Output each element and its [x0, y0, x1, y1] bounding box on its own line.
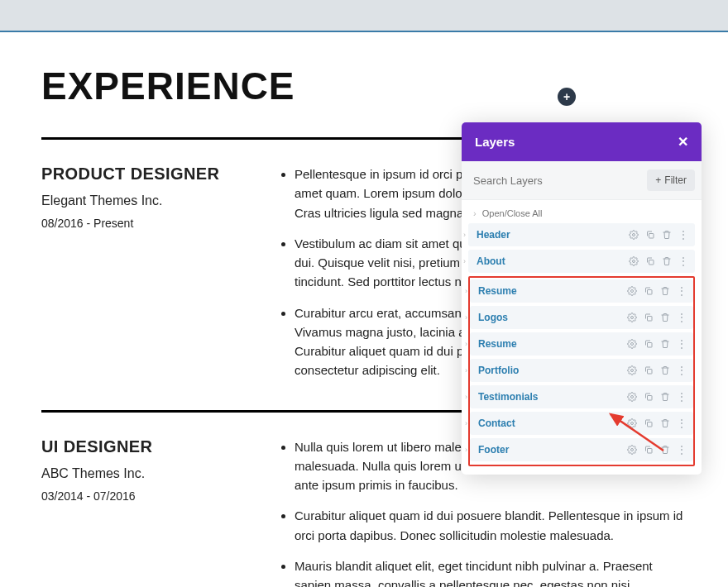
- svg-rect-5: [648, 290, 653, 295]
- trash-icon[interactable]: [662, 230, 672, 240]
- search-input[interactable]: [473, 174, 647, 187]
- duplicate-icon[interactable]: [644, 313, 654, 322]
- layer-name[interactable]: Logos: [477, 312, 508, 323]
- close-icon[interactable]: ✕: [678, 134, 688, 150]
- panel-title: Layers: [475, 135, 515, 149]
- svg-point-4: [631, 290, 634, 293]
- layer-item[interactable]: ›Footer⋮: [470, 438, 693, 461]
- more-icon[interactable]: ⋮: [677, 444, 687, 456]
- app-topbar: [0, 0, 728, 31]
- duplicate-icon[interactable]: [645, 256, 655, 266]
- gear-icon[interactable]: [627, 392, 637, 402]
- svg-rect-9: [648, 343, 653, 348]
- trash-icon[interactable]: [660, 286, 670, 296]
- trash-icon[interactable]: [662, 256, 672, 266]
- svg-rect-17: [648, 449, 653, 454]
- layer-item[interactable]: ›Contact⋮: [470, 412, 693, 435]
- more-icon[interactable]: ⋮: [677, 418, 687, 429]
- more-icon[interactable]: ⋮: [678, 229, 688, 241]
- job-meta: PRODUCT DESIGNER Elegant Themes Inc. 08/…: [41, 165, 256, 392]
- layer-name[interactable]: Resume: [477, 285, 517, 297]
- chevron-icon: ›: [465, 393, 467, 401]
- chevron-icon: ›: [473, 208, 477, 218]
- job-title: PRODUCT DESIGNER: [41, 165, 256, 184]
- duplicate-icon[interactable]: [645, 230, 655, 240]
- svg-rect-3: [649, 260, 654, 265]
- gear-icon[interactable]: [629, 230, 639, 240]
- trash-icon[interactable]: [660, 339, 670, 349]
- more-icon[interactable]: ⋮: [677, 365, 687, 376]
- svg-point-16: [631, 449, 634, 451]
- trash-icon[interactable]: [660, 313, 670, 322]
- duplicate-icon[interactable]: [644, 392, 654, 402]
- chevron-icon: ›: [465, 313, 467, 322]
- layer-item[interactable]: ›Testimonials⋮: [470, 385, 693, 408]
- gear-icon[interactable]: [627, 365, 637, 375]
- more-icon[interactable]: ⋮: [677, 285, 687, 297]
- svg-point-2: [633, 260, 635, 263]
- plus-icon: +: [655, 174, 661, 186]
- add-button[interactable]: +: [558, 88, 576, 106]
- chevron-icon: ›: [465, 340, 467, 348]
- layer-name[interactable]: Contact: [477, 418, 515, 429]
- layer-name[interactable]: Testimonials: [477, 391, 538, 403]
- trash-icon[interactable]: [660, 365, 670, 375]
- job-company: ABC Themes Inc.: [41, 466, 256, 481]
- duplicate-icon[interactable]: [644, 286, 654, 296]
- open-close-all[interactable]: › Open/Close All: [462, 200, 702, 223]
- layer-item[interactable]: ›About⋮: [468, 250, 695, 273]
- duplicate-icon[interactable]: [644, 339, 654, 349]
- plus-icon: +: [563, 90, 570, 103]
- svg-rect-7: [648, 317, 653, 322]
- gear-icon[interactable]: [627, 313, 637, 322]
- layer-item[interactable]: ›Logos⋮: [470, 306, 693, 329]
- toggle-label: Open/Close All: [482, 208, 543, 218]
- layer-name[interactable]: Resume: [477, 338, 517, 350]
- duplicate-icon[interactable]: [644, 365, 654, 375]
- svg-rect-11: [648, 370, 653, 375]
- duplicate-icon[interactable]: [644, 445, 654, 455]
- more-icon[interactable]: ⋮: [677, 391, 687, 403]
- more-icon[interactable]: ⋮: [677, 312, 687, 323]
- layer-name[interactable]: About: [475, 255, 505, 267]
- chevron-icon: ›: [463, 257, 466, 265]
- layer-name[interactable]: Portfolio: [477, 365, 519, 376]
- duplicate-icon[interactable]: [644, 418, 654, 428]
- panel-header: Layers ✕: [462, 122, 702, 161]
- filter-button[interactable]: + Filter: [647, 169, 695, 191]
- layer-item[interactable]: ›Header⋮: [468, 223, 695, 246]
- layer-item[interactable]: ›Resume⋮: [470, 279, 693, 303]
- gear-icon[interactable]: [629, 256, 639, 266]
- job-bullet: Mauris blandit aliquet elit, eget tincid…: [295, 556, 687, 587]
- more-icon[interactable]: ⋮: [677, 338, 687, 350]
- layer-name[interactable]: Header: [475, 229, 510, 241]
- svg-rect-1: [649, 234, 654, 239]
- svg-rect-13: [648, 396, 653, 401]
- svg-point-8: [631, 343, 634, 346]
- layer-name[interactable]: Footer: [477, 444, 509, 456]
- chevron-icon: ›: [465, 287, 467, 295]
- chevron-icon: ›: [463, 231, 466, 239]
- layer-item[interactable]: ›Resume⋮: [470, 332, 693, 356]
- gear-icon[interactable]: [627, 286, 637, 296]
- trash-icon[interactable]: [660, 418, 670, 428]
- gear-icon[interactable]: [627, 418, 637, 428]
- trash-icon[interactable]: [660, 392, 670, 402]
- section-heading: EXPERIENCE: [41, 64, 687, 108]
- job-company: Elegant Themes Inc.: [41, 193, 256, 208]
- trash-icon[interactable]: [660, 445, 670, 455]
- more-icon[interactable]: ⋮: [678, 255, 688, 267]
- job-title: UI DESIGNER: [41, 437, 256, 456]
- layer-item[interactable]: ›Portfolio⋮: [470, 359, 693, 382]
- layer-list: ›Header⋮›About⋮ ›Resume⋮›Logos⋮›Resume⋮›…: [462, 223, 702, 475]
- chevron-icon: ›: [465, 446, 467, 454]
- job-bullet: Curabitur aliquet quam id dui posuere bl…: [295, 506, 687, 545]
- job-dates: 08/2016 - Present: [41, 217, 256, 230]
- gear-icon[interactable]: [627, 445, 637, 455]
- svg-point-6: [631, 317, 634, 319]
- svg-point-0: [633, 234, 635, 236]
- svg-point-10: [631, 370, 634, 372]
- filter-label: Filter: [664, 174, 687, 186]
- layers-panel: Layers ✕ + Filter › Open/Close All ›Head…: [462, 122, 702, 475]
- gear-icon[interactable]: [627, 339, 637, 349]
